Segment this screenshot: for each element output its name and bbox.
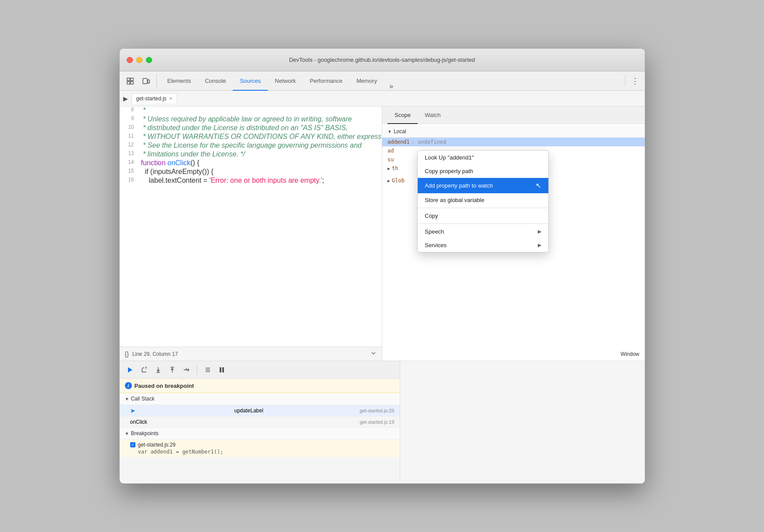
code-line-12: 12 * See the License for the specific la… [120,142,382,150]
call-stack-fn-name-2: onClick [130,419,147,425]
call-stack-file-2: get-started.js:19 [360,419,394,425]
ctx-speech[interactable]: Speech ▶ [418,225,548,238]
tab-network[interactable]: Network [268,72,303,91]
status-bar: {} Line 29, Column 17 [120,347,382,361]
scope-item-addend1[interactable]: addend1 : undefined [382,138,645,146]
breakpoints-label: Breakpoints [131,430,158,436]
divider [625,76,625,86]
svg-rect-5 [148,80,149,83]
code-line-11: 11 * WITHOUT WARRANTIES OR CONDITIONS OF… [120,133,382,142]
breakpoint-item-1[interactable]: ✓ get-started.js:29 var addend1 = getNum… [120,440,400,457]
toolbar-separator [197,365,197,374]
minimize-button[interactable] [136,57,142,63]
device-icon[interactable] [139,74,153,88]
ctx-copy-property-path[interactable]: Copy property path [418,164,548,178]
svg-rect-4 [143,78,147,84]
file-tab-row: ▶ get-started.js × [120,91,645,106]
devtools-window: DevTools - googlechrome.github.io/devtoo… [119,48,645,484]
context-menu: Look Up "addend1" Copy property path Add… [417,150,549,252]
ctx-separator-1 [418,208,548,208]
main-content: 8 * 9 * Unless required by applicable la… [120,106,645,361]
tab-bar: Elements Console Sources Network Perform… [120,71,645,91]
local-section-header[interactable]: ▼ Local [382,126,645,138]
ctx-services-arrow: ▶ [538,242,541,248]
svg-rect-2 [127,82,130,84]
deactivate-button[interactable] [203,365,213,375]
svg-rect-3 [131,82,133,84]
right-debug-placeholder [400,361,645,483]
call-stack-header[interactable]: ▼ Call Stack [120,393,400,405]
traffic-lights [127,57,152,63]
fullscreen-button[interactable] [146,57,152,63]
ctx-services[interactable]: Services ▶ [418,238,548,252]
svg-rect-0 [127,78,130,81]
debug-panel: i Paused on breakpoint ▼ Call Stack ➤ up… [120,361,645,483]
svg-rect-17 [222,367,224,372]
scope-tabs: Scope Watch [382,106,645,124]
tab-watch[interactable]: Watch [418,107,448,124]
code-line-16: 16 label.textContent = 'Error: one or bo… [120,177,382,185]
ctx-lookup[interactable]: Look Up "addend1" [418,151,548,164]
ctx-add-to-watch[interactable]: Add property path to watch ↖ [418,178,548,193]
call-stack-item-update-label[interactable]: ➤ updateLabel get-started.js:29 [120,405,400,417]
breakpoints-triangle: ▼ [125,431,129,436]
kebab-menu-button[interactable]: ⋮ [629,75,641,87]
file-tab-get-started[interactable]: get-started.js × [131,93,177,103]
tab-scope[interactable]: Scope [387,107,418,124]
tab-right: ⋮ [625,75,641,87]
status-bar-right-icon[interactable] [370,350,377,358]
window-title: DevTools - googlechrome.github.io/devtoo… [289,57,475,63]
ctx-speech-arrow: ▶ [538,229,541,234]
call-stack-item-onclick[interactable]: onClick get-started.js:19 [120,417,400,428]
format-icon[interactable]: {} [125,351,129,358]
cursor-icon[interactable] [123,74,137,88]
left-debug-panel: i Paused on breakpoint ▼ Call Stack ➤ up… [120,361,400,483]
title-bar: DevTools - googlechrome.github.io/devtoo… [120,49,645,71]
paused-notice: i Paused on breakpoint [120,379,400,393]
local-label: Local [394,128,406,135]
debug-toolbar [120,361,400,379]
bp-code: var addend1 = getNumber1(); [138,449,394,455]
file-panel-icon[interactable]: ▶ [123,95,128,102]
call-stack-label: Call Stack [131,396,154,402]
step-over-button[interactable] [139,365,149,375]
collapse-triangle: ▼ [387,129,392,134]
code-line-8: 8 * [120,106,382,115]
tab-console[interactable]: Console [198,72,233,91]
step-button[interactable] [181,365,192,375]
bp-file: get-started.js:29 [138,442,176,448]
step-out-button[interactable] [167,365,178,375]
call-stack-file: get-started.js:29 [360,408,394,413]
more-tabs-button[interactable]: » [386,82,397,90]
breakpoint-title: ✓ get-started.js:29 [130,442,394,448]
file-tab-close-button[interactable]: × [169,96,172,102]
step-into-button[interactable] [153,365,163,375]
code-area[interactable]: 8 * 9 * Unless required by applicable la… [120,106,382,347]
tab-elements[interactable]: Elements [160,72,198,91]
status-bar-position: Line 29, Column 17 [132,351,178,357]
window-label: Window [621,351,640,357]
pause-on-exceptions-button[interactable] [217,365,227,375]
code-line-13: 13 * limitations under the License. */ [120,150,382,159]
ctx-copy[interactable]: Copy [418,209,548,223]
file-tab-name: get-started.js [136,96,167,102]
code-line-10: 10 * distributed under the License is di… [120,124,382,133]
code-line-9: 9 * Unless required by applicable law or… [120,115,382,124]
call-stack-fn-name: updateLabel [235,408,263,414]
bp-checkbox[interactable]: ✓ [130,442,135,447]
info-icon: i [125,382,132,389]
cursor-indicator: ↖ [536,181,541,190]
call-stack-triangle: ▼ [125,397,129,401]
tab-sources[interactable]: Sources [233,72,268,91]
svg-rect-1 [131,78,133,81]
tab-icons [123,74,157,88]
code-line-15: 15 if (inputsAreEmpty()) { [120,168,382,177]
active-arrow: ➤ [130,407,135,414]
ctx-store-global[interactable]: Store as global variable [418,193,548,207]
tab-performance[interactable]: Performance [303,72,349,91]
breakpoints-header[interactable]: ▼ Breakpoints [120,428,400,440]
tab-memory[interactable]: Memory [349,72,384,91]
resume-button[interactable] [125,365,135,375]
close-button[interactable] [127,57,133,63]
svg-rect-16 [220,367,221,372]
